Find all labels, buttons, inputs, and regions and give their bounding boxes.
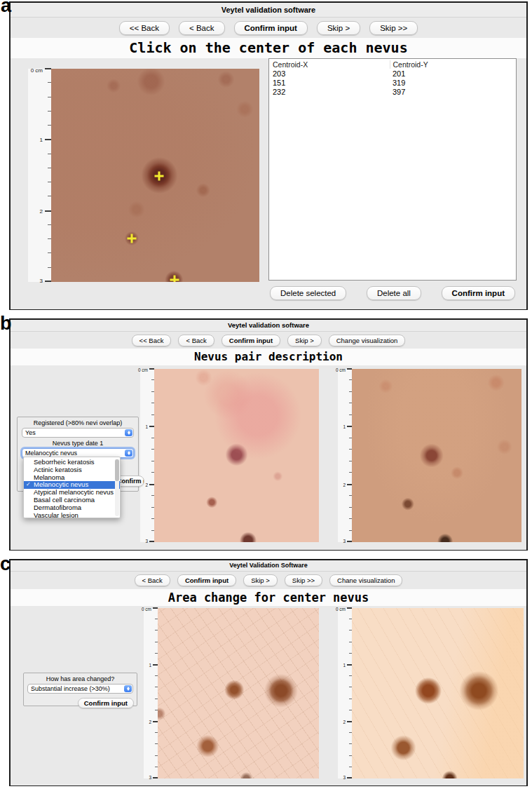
confirm-input-button[interactable]: Confirm input	[221, 335, 280, 346]
change-visualization-button[interactable]: Chane visualization	[329, 574, 402, 586]
column-header-centroid-y: Centroid-Y	[390, 60, 513, 69]
skin-image-date2[interactable]	[352, 608, 524, 778]
page-title: Area change for center nevus	[11, 589, 526, 606]
window-panel-c: Veytel Validation Software < Back Confir…	[9, 559, 528, 786]
skin-image-date1[interactable]	[158, 608, 319, 778]
nevus-center-marker	[127, 234, 136, 243]
window-panel-b: Veytel validation software << Back < Bac…	[9, 318, 528, 551]
dropdown-option[interactable]: Actinic keratosis	[24, 466, 120, 474]
registered-value: Yes	[25, 429, 36, 436]
back-button[interactable]: < Back	[178, 335, 214, 346]
delete-all-button[interactable]: Delete all	[367, 286, 421, 300]
cm-ruler: 0 cm123	[338, 608, 352, 778]
skip-double-button[interactable]: Skip >>	[285, 574, 322, 586]
stepper-icon	[125, 429, 132, 436]
back-double-button[interactable]: << Back	[132, 335, 172, 346]
nevus-center-marker	[154, 171, 163, 180]
back-double-button[interactable]: << Back	[119, 21, 170, 35]
checkmark-icon: ✓	[26, 481, 31, 489]
nevus-type-label: Nevus type date 1	[18, 438, 138, 447]
cell-centroid-x: 232	[273, 88, 393, 97]
registered-label: Registered (>80% nevi overlap)	[18, 417, 138, 426]
cell-centroid-x: 203	[273, 69, 393, 79]
image-block-date1: 0 cm123	[144, 608, 319, 778]
area-change-select[interactable]: Substantial increase (>30%)	[27, 684, 133, 694]
table-row[interactable]: 203 201	[269, 69, 516, 79]
area-change-value: Substantial increase (>30%)	[31, 685, 110, 692]
cm-ruler: 0 cm123	[140, 369, 154, 542]
image-block-date1: 0 cm123	[140, 369, 319, 542]
stepper-icon	[124, 685, 132, 692]
cm-ruler: 0 cm123	[338, 369, 352, 542]
page-title: Click on the center of each nevus	[11, 38, 526, 58]
table-actions: Delete selected Delete all Confirm input	[268, 286, 517, 300]
cell-centroid-x: 151	[273, 79, 393, 88]
content-area: Registered (>80% nevi overlap) Yes Nevus…	[11, 365, 526, 550]
skip-button[interactable]: Skip >	[317, 21, 360, 35]
window-title: Veytel Validation Software	[11, 560, 526, 572]
skip-double-button[interactable]: Skip >>	[369, 21, 418, 35]
figure-label-c: c	[0, 555, 11, 574]
skip-button[interactable]: Skip >	[287, 335, 322, 346]
cm-ruler: 0 cm123	[28, 69, 51, 282]
nevus-type-value: Melanocytic nevus	[25, 450, 77, 457]
confirm-input-button[interactable]: Confirm input	[442, 286, 515, 300]
cell-centroid-y: 201	[393, 69, 512, 79]
delete-selected-button[interactable]: Delete selected	[270, 286, 346, 300]
content-area: How has area changed? Substantial increa…	[11, 606, 526, 785]
confirm-input-button[interactable]: Confirm input	[78, 698, 134, 708]
confirm-input-button[interactable]: Confirm input	[177, 574, 236, 586]
stepper-icon	[125, 450, 132, 457]
cell-centroid-y: 397	[393, 88, 512, 97]
table-row[interactable]: 232 397	[269, 88, 516, 97]
back-button[interactable]: < Back	[179, 21, 224, 35]
image-block-date2: 0 cm123	[338, 369, 521, 542]
skip-button[interactable]: Skip >	[243, 574, 278, 586]
dropdown-option-label: Melanocytic nevus	[34, 480, 88, 488]
cell-centroid-y: 319	[393, 79, 512, 88]
dropdown-scrollbar[interactable]	[115, 459, 119, 516]
centroid-table[interactable]: Centroid-X Centroid-Y 203 201 151 319 23…	[268, 58, 517, 281]
change-visualization-button[interactable]: Change visualization	[329, 335, 406, 346]
content-area: 0 cm123 Centroid-X Centroid-Y 203 201 15…	[11, 58, 526, 309]
nevus-type-dropdown: Seborrheic keratosis Actinic keratosis M…	[23, 457, 121, 518]
image-block: 0 cm123	[28, 69, 259, 282]
table-header: Centroid-X Centroid-Y	[269, 59, 516, 69]
toolbar: << Back < Back Confirm input Skip > Chan…	[11, 332, 526, 349]
skin-image-date2[interactable]	[352, 369, 521, 542]
cm-ruler: 0 cm123	[144, 608, 158, 778]
skin-image-date1[interactable]	[154, 369, 319, 542]
image-block-date2: 0 cm123	[338, 608, 524, 778]
figure-label-a: a	[1, 0, 11, 15]
area-change-label: How has area changed?	[24, 673, 137, 682]
registered-select[interactable]: Yes	[22, 428, 134, 438]
area-change-form: How has area changed? Substantial increa…	[23, 673, 137, 706]
scrollbar-thumb[interactable]	[115, 459, 119, 481]
column-header-centroid-x: Centroid-X	[273, 60, 393, 69]
table-row[interactable]: 151 319	[269, 79, 516, 88]
dropdown-option[interactable]: Vascular lesion	[24, 512, 120, 520]
nevus-center-marker	[170, 275, 179, 282]
window-title: Veytel validation software	[11, 320, 526, 332]
toolbar: << Back < Back Confirm input Skip > Skip…	[11, 18, 526, 38]
page-title: Nevus pair description	[11, 349, 526, 365]
figure-label-b: b	[0, 314, 12, 333]
dropdown-option[interactable]: Dermatofibroma	[24, 504, 120, 512]
confirm-input-button[interactable]: Confirm input	[234, 21, 308, 35]
window-panel-a: Veytel validation software << Back < Bac…	[9, 1, 528, 310]
back-button[interactable]: < Back	[135, 574, 170, 586]
skin-image[interactable]	[51, 69, 259, 282]
window-title: Veytel validation software	[11, 3, 526, 18]
toolbar: < Back Confirm input Skip > Skip >> Chan…	[11, 572, 526, 589]
